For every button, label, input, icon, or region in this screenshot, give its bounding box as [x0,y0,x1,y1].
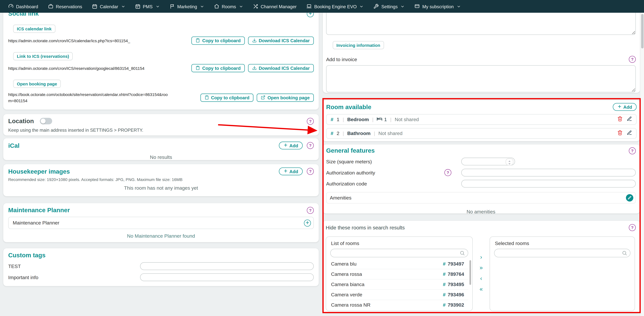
nav-item-marketing[interactable]: Marketing [170,4,204,9]
ical-empty-text: No results [8,154,314,160]
download-ics-calendar-button[interactable]: Download ICS Calendar [248,64,314,72]
help-icon[interactable]: ? [629,147,636,154]
nav-item-calendar[interactable]: Calendar [92,4,125,9]
custom-tag-label: TEST [8,263,140,269]
help-icon[interactable]: ? [307,117,314,124]
list-item-camera-rossa[interactable]: Camera rossa #789764 [330,269,468,280]
spinner-down-button[interactable] [508,162,511,164]
separator: | [390,116,392,122]
help-icon[interactable]: ? [307,142,314,149]
room-name: Camera bianca [331,282,364,287]
dashboard-icon [8,4,14,9]
help-icon[interactable]: ? [307,168,314,175]
add-image-button[interactable]: Add [279,167,303,175]
plus-icon [617,104,622,110]
list-scrollbar-thumb[interactable] [470,260,471,285]
help-icon[interactable]: ? [629,224,636,231]
nav-label: Rooms [222,4,236,9]
open-booking-page-badge: Open booking page [13,80,61,88]
button-label: Copy to clipboard [202,38,240,43]
chevron-down-icon [400,4,404,8]
list-item-camera-rossa-nr[interactable]: Camera rossa NR #793902 [330,300,468,310]
button-label: Download ICS Calendar [259,66,310,70]
general-features-title: General features [326,147,375,154]
delete-room-button[interactable] [617,130,622,137]
room-name: Bedroom [347,116,369,122]
move-all-right-button[interactable]: » [478,264,485,271]
ics-calendar-link-badge: ICS calendar link [13,24,55,33]
authorization-authority-input[interactable] [461,169,636,177]
move-right-button[interactable]: › [478,254,485,261]
custom-tags-title: Custom tags [8,252,314,259]
add-to-invoice-textarea[interactable] [326,65,636,92]
channel-manager-icon [253,4,258,9]
add-maintenance-button[interactable] [304,219,311,226]
nav-item-dashboard[interactable]: Dashboard [8,4,38,9]
nav-item-my-subscription[interactable]: My subscription [414,4,460,9]
custom-tag-important-info-input[interactable] [140,273,314,281]
edit-room-button[interactable] [627,116,632,123]
page-scrollbar-thumb[interactable] [641,14,644,48]
clipboard-icon [196,65,200,71]
help-icon[interactable]: ? [307,207,314,214]
authorization-code-input[interactable] [461,180,636,188]
delete-room-button[interactable] [617,116,622,123]
download-icon [252,38,256,43]
nav-item-settings[interactable]: Settings [374,4,404,9]
room-id: 793902 [448,302,464,308]
download-ics-calendar-button[interactable]: Download ICS Calendar [248,36,314,45]
edit-room-button[interactable] [627,130,632,137]
maintenance-planner-card: Maintenance Planner ? Maintenance Planne… [3,203,319,242]
location-help-text: Keep using the main address inserted in … [8,128,314,133]
chevron-down-icon [239,4,243,8]
calendar-icon [92,4,97,9]
nav-label: Channel Manager [261,4,296,9]
nav-label: My subscription [422,4,454,9]
links-card: Social link ICS calendar link https://ad… [3,6,319,110]
hash-icon: # [443,261,446,267]
number-spinner [506,158,514,165]
hide-rooms-title: Hide these rooms in search results [326,225,405,231]
location-toggle[interactable] [40,118,52,124]
hash-icon: # [331,116,334,122]
nav-item-reservations[interactable]: Reservations [48,4,82,9]
button-label: Copy to clipboard [211,95,250,100]
custom-tag-test-input[interactable] [140,262,314,270]
button-label: Add [290,169,298,174]
copy-to-clipboard-button[interactable]: Copy to clipboard [200,93,254,102]
add-room-button[interactable]: Add [612,103,636,111]
copy-to-clipboard-button[interactable]: Copy to clipboard [192,36,245,45]
housekeeper-images-card: Housekeeper images Add ? Recommended siz… [3,164,319,196]
nav-item-booking-engine[interactable]: Booking Engine EVO [306,4,364,9]
page-scrollbar [640,13,644,316]
nav-item-channel-manager[interactable]: Channel Manager [253,4,296,9]
help-icon[interactable]: ? [444,169,451,176]
move-all-left-button[interactable]: « [478,286,485,293]
move-left-button[interactable]: ‹ [478,275,485,282]
copy-to-clipboard-button[interactable]: Copy to clipboard [192,64,245,72]
help-icon[interactable]: ? [629,56,636,63]
list-item-camera-bianca[interactable]: Camera bianca #793495 [330,280,468,290]
room-name: Camera blu [331,261,356,267]
ics-calendar-url: https://admin.octorate.com/cron/ICS/cale… [8,37,168,44]
custom-tags-card: Custom tags TEST Important info [3,248,319,286]
nav-item-pms[interactable]: PMS [135,4,160,9]
ics-reservations-url: https://admin.octorate.com/cron/ICS/rese… [8,65,168,71]
list-item-camera-blu[interactable]: Camera blu #793497 [330,259,468,269]
selected-rooms-search-input[interactable] [494,249,630,258]
separator: | [372,116,374,122]
button-label: Add [290,143,298,148]
nav-item-rooms[interactable]: Rooms [214,4,243,9]
pms-icon [135,4,140,9]
list-item-camera-verde[interactable]: Camera verde #793496 [330,290,468,300]
edit-amenities-button[interactable] [626,194,633,202]
open-booking-page-button[interactable]: Open booking page [257,93,314,102]
rooms-search-input[interactable] [330,249,468,258]
shared-status: Not shared [378,131,402,136]
nav-label: Marketing [177,4,197,9]
booking-page-url: https://book.octorate.com/octobook/site/… [8,91,168,104]
chevron-down-icon [156,4,160,8]
add-ical-button[interactable]: Add [279,142,303,149]
hide-rooms-card: Hide these rooms in search results ? Lis… [323,221,640,313]
authorization-authority-label: Authorization authority [326,170,375,176]
